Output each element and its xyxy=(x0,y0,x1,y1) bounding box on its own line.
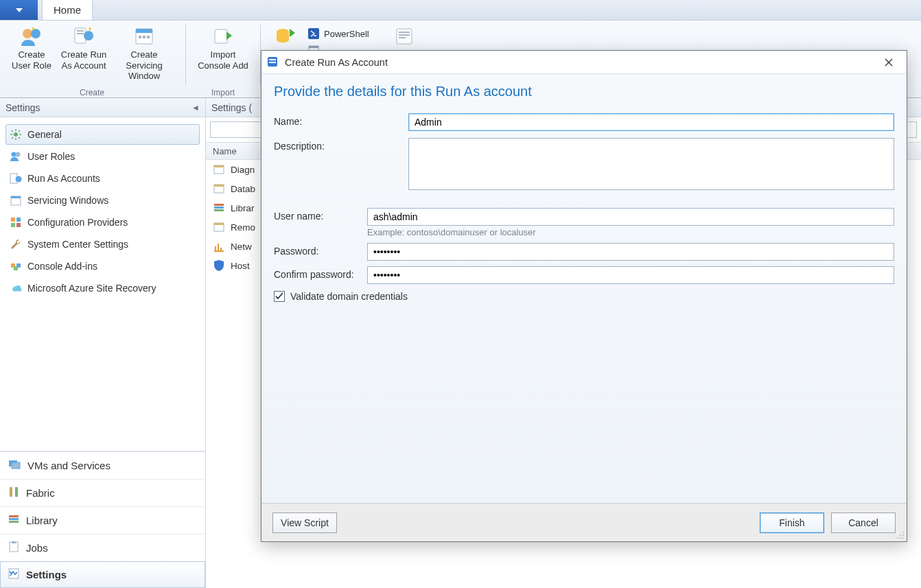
list-item-label: Librar xyxy=(231,203,255,213)
description-field[interactable] xyxy=(408,138,894,190)
svg-point-1 xyxy=(31,29,40,38)
app-menu-dropdown[interactable] xyxy=(0,0,38,20)
password-field[interactable] xyxy=(367,243,894,261)
properties-button[interactable] xyxy=(388,23,420,49)
powershell-icon xyxy=(307,27,320,40)
calendar-icon xyxy=(132,25,156,48)
settings-tree-label: User Roles xyxy=(27,151,75,162)
settings-tree: General User Roles Run As Accounts Servi… xyxy=(0,117,205,451)
backup-button[interactable] xyxy=(269,23,301,49)
confirm-password-field[interactable] xyxy=(367,266,894,284)
settings-tree-label: Console Add-ins xyxy=(27,261,97,272)
create-user-role-button[interactable]: Create User Role xyxy=(7,23,56,72)
settings-tree-item[interactable]: Microsoft Azure Site Recovery xyxy=(5,278,200,298)
name-field[interactable] xyxy=(408,113,894,131)
cancel-button[interactable]: Cancel xyxy=(831,513,896,533)
settings-tree-item[interactable]: Run As Accounts xyxy=(5,168,200,189)
nav-item-label: Fabric xyxy=(26,487,55,499)
validate-credentials-label: Validate domain credentials xyxy=(290,291,408,302)
settings-tree-item[interactable]: Console Add-ins xyxy=(5,256,200,277)
nav-item[interactable]: VMs and Services xyxy=(0,451,205,479)
nav-item[interactable]: Library xyxy=(0,506,205,534)
username-field[interactable] xyxy=(367,208,894,226)
ribbon-btn-label: Create Run As Account xyxy=(61,49,106,71)
library-icon xyxy=(8,514,19,527)
svg-rect-49 xyxy=(214,207,224,209)
svg-point-60 xyxy=(900,537,901,539)
svg-point-22 xyxy=(16,152,21,157)
svg-rect-3 xyxy=(77,30,84,32)
description-label: Description: xyxy=(274,138,404,152)
nav-item[interactable]: Jobs xyxy=(0,534,205,561)
import-console-addin-button[interactable]: Import Console Add xyxy=(194,23,252,72)
gear-icon xyxy=(10,128,22,141)
settings-tree-item[interactable]: User Roles xyxy=(5,146,200,167)
svg-rect-30 xyxy=(16,223,21,227)
username-hint: Example: contoso\domainuser or localuser xyxy=(367,227,894,237)
svg-rect-42 xyxy=(12,541,16,543)
close-icon xyxy=(885,58,893,67)
ribbon-group-create: Create User Role Create Run As Account C… xyxy=(3,22,181,97)
svg-rect-35 xyxy=(12,462,20,469)
svg-rect-16 xyxy=(397,29,412,44)
list-item-label: Diagn xyxy=(231,165,255,175)
run-as-icon xyxy=(72,25,95,48)
settings-tree-item[interactable]: System Center Settings xyxy=(5,234,200,255)
dialog-heading: Provide the details for this Run As acco… xyxy=(274,84,894,99)
svg-rect-18 xyxy=(399,34,410,36)
close-button[interactable] xyxy=(875,54,902,71)
svg-rect-19 xyxy=(399,37,406,38)
create-run-as-account-button[interactable]: Create Run As Account xyxy=(59,23,108,72)
svg-point-24 xyxy=(16,176,22,183)
svg-rect-17 xyxy=(399,32,410,33)
svg-point-5 xyxy=(84,31,93,40)
svg-rect-4 xyxy=(77,33,84,34)
svg-rect-55 xyxy=(269,62,276,63)
dialog-title: Create Run As Account xyxy=(285,57,388,68)
check-icon xyxy=(275,292,283,301)
finish-button[interactable]: Finish xyxy=(760,513,824,533)
fabric-icon xyxy=(8,486,19,499)
database-arrow-icon xyxy=(273,25,296,48)
svg-point-0 xyxy=(23,29,32,38)
settings-pane: Settings ◄ General User Roles Run As Acc… xyxy=(0,98,206,588)
nav-item[interactable]: Settings xyxy=(0,561,205,588)
settings-tree-item[interactable]: General xyxy=(5,124,200,145)
settings-icon xyxy=(8,568,19,581)
properties-icon xyxy=(393,25,416,48)
settings-tree-item[interactable]: Servicing Windows xyxy=(5,190,200,211)
user-role-icon xyxy=(20,25,43,48)
validate-credentials-checkbox[interactable] xyxy=(274,291,285,302)
svg-rect-41 xyxy=(10,542,18,552)
svg-rect-48 xyxy=(214,204,224,206)
nav-item[interactable]: Fabric xyxy=(0,479,205,506)
vm-icon xyxy=(8,459,21,472)
svg-point-20 xyxy=(14,132,18,137)
svg-rect-10 xyxy=(147,36,150,38)
svg-rect-8 xyxy=(139,36,141,38)
powershell-button[interactable]: PowerShell xyxy=(303,26,386,41)
list-item-label: Datab xyxy=(231,184,255,194)
blocks-icon xyxy=(10,216,22,228)
account-icon xyxy=(10,172,22,185)
view-script-button[interactable]: View Script xyxy=(272,513,337,533)
svg-rect-47 xyxy=(214,185,224,187)
collapse-pane-button[interactable]: ◄ xyxy=(191,103,200,113)
svg-point-57 xyxy=(900,534,901,536)
settings-tree-item[interactable]: Configuration Providers xyxy=(5,212,200,233)
tab-home[interactable]: Home xyxy=(42,0,93,20)
ribbon-small-label: PowerShell xyxy=(324,29,369,39)
cloud-icon xyxy=(10,282,22,294)
wrench-icon xyxy=(10,238,22,250)
create-servicing-window-button[interactable]: Create Servicing Window xyxy=(111,23,177,83)
username-label: User name: xyxy=(274,208,363,222)
svg-point-56 xyxy=(902,532,904,533)
dialog-body: Provide the details for this Run As acco… xyxy=(261,74,907,503)
svg-rect-38 xyxy=(9,515,19,517)
settings-tree-label: Servicing Windows xyxy=(27,195,108,206)
list-item-label: Netw xyxy=(231,242,252,252)
svg-rect-26 xyxy=(11,196,21,198)
dialog-titlebar[interactable]: Create Run As Account xyxy=(261,51,907,74)
dialog-footer: View Script Finish Cancel xyxy=(261,503,907,541)
shield-icon xyxy=(213,259,225,272)
